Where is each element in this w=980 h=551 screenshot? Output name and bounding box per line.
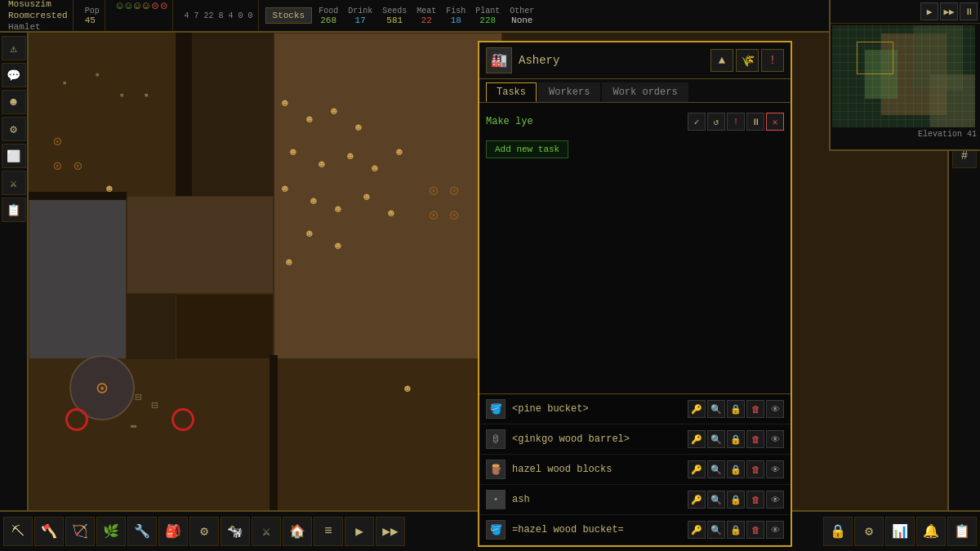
item-delete-btn-3[interactable]: 🗑 xyxy=(746,491,764,509)
item-lock-btn-2[interactable]: 🔒 xyxy=(727,460,745,478)
item-delete-btn-2[interactable]: 🗑 xyxy=(746,460,764,478)
sidebar-btn-2[interactable]: 💬 xyxy=(2,63,26,87)
wheat-icon-btn[interactable]: 🌾 xyxy=(736,49,759,72)
add-task-button[interactable]: Add new task xyxy=(486,140,568,158)
item-actions-0: 🔑 🔍 🔒 🗑 👁 xyxy=(688,400,784,418)
item-eye-btn-4[interactable]: 👁 xyxy=(766,521,784,539)
task-name: Make lye xyxy=(486,116,533,127)
item-lock-btn-0[interactable]: 🔒 xyxy=(727,400,745,418)
task-close-btn[interactable]: ✕ xyxy=(766,113,784,131)
item-eye-btn-2[interactable]: 👁 xyxy=(766,460,784,478)
npc-sprite: ☻ xyxy=(335,241,341,251)
tab-work-orders[interactable]: Work orders xyxy=(602,82,688,102)
settlement-name: Mosuszim xyxy=(8,0,68,10)
bottom-btn-gear[interactable]: ⚙ xyxy=(189,517,219,546)
bottom-btn-sword[interactable]: ⚔ xyxy=(252,517,281,546)
tab-workers[interactable]: Workers xyxy=(538,82,600,102)
item-delete-btn-1[interactable]: 🗑 xyxy=(746,430,764,448)
item-eye-btn-0[interactable]: 👁 xyxy=(766,400,784,418)
task-cycle-btn[interactable]: ↺ xyxy=(707,113,725,131)
item-search-btn-1[interactable]: 🔍 xyxy=(707,430,725,448)
item-key-btn-3[interactable]: 🔑 xyxy=(688,491,706,509)
item-sprite: ⊟ xyxy=(151,400,158,411)
stocks-button[interactable]: Stocks xyxy=(265,7,313,24)
npc-sprite: ☻ xyxy=(290,147,296,158)
bottom-btn-wrench[interactable]: 🔧 xyxy=(127,517,157,546)
bottom-btn-bow[interactable]: 🏹 xyxy=(65,517,95,546)
sidebar-btn-4[interactable]: ⚙ xyxy=(2,117,26,141)
sidebar-btn-7[interactable]: 📋 xyxy=(2,198,26,222)
npc-sprite: ☻ xyxy=(388,208,394,219)
sidebar-btn-6[interactable]: ⚔ xyxy=(2,171,26,195)
tab-tasks[interactable]: Tasks xyxy=(486,82,537,102)
inventory-item-2: 🪵 hazel wood blocks 🔑 🔍 🔒 🗑 👁 xyxy=(479,455,791,485)
task-check-btn[interactable]: ✓ xyxy=(688,113,706,131)
item-key-btn-1[interactable]: 🔑 xyxy=(688,430,706,448)
inventory-item-4: 🪣 =hazel wood bucket= 🔑 🔍 🔒 🗑 👁 xyxy=(479,515,791,545)
item-eye-btn-3[interactable]: 👁 xyxy=(766,491,784,509)
mood-icon-2: ☺ xyxy=(125,0,131,31)
bottom-right-btn-2[interactable]: ⚙ xyxy=(854,517,884,546)
bottom-btn-bag[interactable]: 🎒 xyxy=(158,517,188,546)
other-stat: Other None xyxy=(510,7,534,25)
item-eye-btn-1[interactable]: 👁 xyxy=(766,430,784,448)
sidebar-btn-1[interactable]: ⚠ xyxy=(2,36,26,60)
alert-btn[interactable]: ! xyxy=(761,49,784,72)
bottom-btn-next1[interactable]: ▶ xyxy=(345,517,374,546)
item-search-btn-3[interactable]: 🔍 xyxy=(707,491,725,509)
sidebar-btn-3[interactable]: ☻ xyxy=(2,90,26,114)
minimap-controls: ▶ ▶▶ ⏸ xyxy=(831,0,980,24)
bottom-btn-house[interactable]: 🏠 xyxy=(283,517,312,546)
npc-sprite: ☻ xyxy=(347,151,354,162)
mood-icon-6: ☹ xyxy=(161,0,167,31)
resource-stats: Food 268 Drink 17 Seeds 581 Meat 22 Fish… xyxy=(318,7,534,25)
mood-section: ☺ ☺ ☺ ☺ ☹ ☹ xyxy=(112,0,173,31)
task-alert-btn[interactable]: ! xyxy=(727,113,745,131)
item-key-btn-4[interactable]: 🔑 xyxy=(688,521,706,539)
priority-up-button[interactable]: ▲ xyxy=(710,49,733,72)
item-search-btn-0[interactable]: 🔍 xyxy=(707,400,725,418)
item-actions-1: 🔑 🔍 🔒 🗑 👁 xyxy=(688,430,784,448)
item-name-0: <pine bucket> xyxy=(512,403,681,415)
barrel-sprite: ⊙ xyxy=(53,159,62,174)
minimap-pause[interactable]: ⏸ xyxy=(960,2,978,20)
bottom-btn-axe[interactable]: 🪓 xyxy=(34,517,64,546)
mood-icon-1: ☺ xyxy=(117,0,123,31)
item-search-btn-2[interactable]: 🔍 xyxy=(707,460,725,478)
bottom-right-btn-5[interactable]: 📋 xyxy=(947,517,977,546)
item-actions-3: 🔑 🔍 🔒 🗑 👁 xyxy=(688,491,784,509)
bottom-btn-animal[interactable]: 🐄 xyxy=(220,517,250,546)
item-delete-btn-4[interactable]: 🗑 xyxy=(746,521,764,539)
left-sidebar: ⚠ 💬 ☻ ⚙ ⬜ ⚔ 📋 xyxy=(0,33,29,518)
item-key-btn-2[interactable]: 🔑 xyxy=(688,460,706,478)
item-lock-btn-3[interactable]: 🔒 xyxy=(727,491,745,509)
npc-sprite: ☻ xyxy=(335,204,341,215)
item-delete-btn-0[interactable]: 🗑 xyxy=(746,400,764,418)
bottom-btn-menu[interactable]: ≡ xyxy=(314,517,343,546)
item-lock-btn-4[interactable]: 🔒 xyxy=(727,521,745,539)
bottom-btn-plant[interactable]: 🌿 xyxy=(96,517,126,546)
inventory-item-0: 🪣 <pine bucket> 🔑 🔍 🔒 🗑 👁 xyxy=(479,394,791,424)
minimap-play[interactable]: ▶ xyxy=(920,2,938,20)
bottom-right-btn-3[interactable]: 📊 xyxy=(885,517,915,546)
item-name-2: hazel wood blocks xyxy=(512,464,681,475)
item-key-btn-0[interactable]: 🔑 xyxy=(688,400,706,418)
sidebar-btn-5[interactable]: ⬜ xyxy=(2,144,26,168)
item-name-4: =hazel wood bucket= xyxy=(512,524,681,535)
npc-sprite: ☻ xyxy=(363,192,370,202)
minimap-fast[interactable]: ▶▶ xyxy=(940,2,958,20)
bottom-btn-next2[interactable]: ▶▶ xyxy=(376,517,405,546)
bottom-btn-pickaxe[interactable]: ⛏ xyxy=(3,517,33,546)
task-controls: ✓ ↺ ! ⏸ ✕ xyxy=(688,113,784,131)
bottom-right-btn-1[interactable]: 🔒 xyxy=(823,517,853,546)
item-sprite: ▪ xyxy=(118,90,125,101)
item-icon-1: 🛢 xyxy=(486,429,506,449)
item-sprite: ▪ xyxy=(94,69,100,81)
barrel-sprite: ⊙ xyxy=(53,135,62,149)
inventory-section: 🪣 <pine bucket> 🔑 🔍 🔒 🗑 👁 🛢 <ginkgo wood… xyxy=(479,393,791,545)
bottom-right-btn-4[interactable]: 🔔 xyxy=(916,517,946,546)
item-lock-btn-1[interactable]: 🔒 xyxy=(727,430,745,448)
settlement-subtitle: Roomcrested xyxy=(8,10,68,21)
task-pause-btn[interactable]: ⏸ xyxy=(746,113,764,131)
item-search-btn-4[interactable]: 🔍 xyxy=(707,521,725,539)
